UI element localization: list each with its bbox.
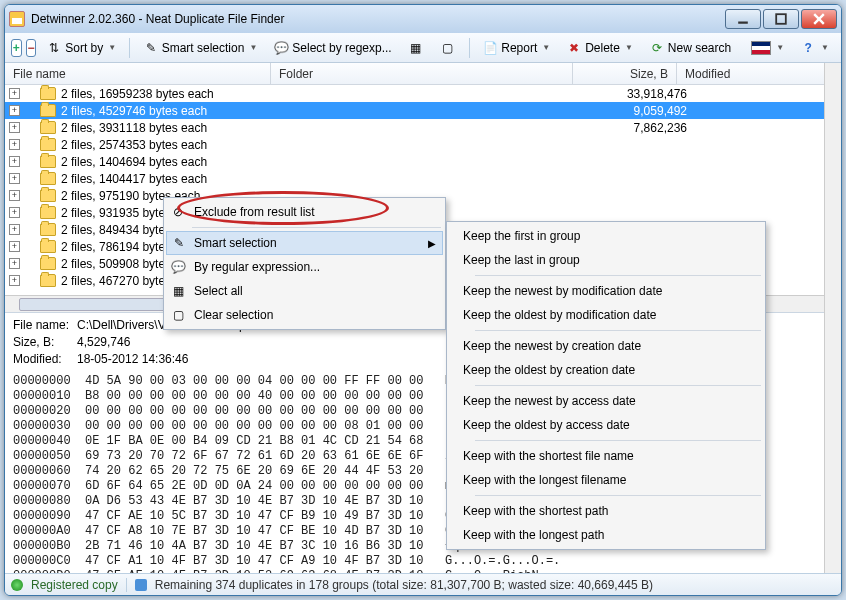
expander-icon[interactable]: + <box>9 88 20 99</box>
clear-icon: ▢ <box>440 40 456 56</box>
group-size: 33,918,476 <box>595 87 699 101</box>
titlebar: Detwinner 2.02.360 - Neat Duplicate File… <box>5 5 841 33</box>
menu-clear-selection[interactable]: ▢ Clear selection <box>166 303 443 327</box>
col-filename[interactable]: File name <box>5 63 271 84</box>
language-button[interactable]: ▼ <box>745 38 790 58</box>
detail-size-label: Size, B: <box>13 334 77 351</box>
expander-icon[interactable]: + <box>9 224 20 235</box>
clear-selection-icon-button[interactable]: ▢ <box>434 37 462 59</box>
select-all-icon: ▦ <box>170 283 186 299</box>
help-button[interactable]: ?▼ <box>794 37 835 59</box>
group-size: 7,862,236 <box>595 121 699 135</box>
report-label: Report <box>501 41 537 55</box>
expand-all-button[interactable]: + <box>11 39 22 57</box>
window-title: Detwinner 2.02.360 - Neat Duplicate File… <box>31 12 284 26</box>
expander-icon[interactable]: + <box>9 207 20 218</box>
smart-selection-button[interactable]: ✎ Smart selection ▼ <box>137 37 264 59</box>
menu-by-regex[interactable]: 💬 By regular expression... <box>166 255 443 279</box>
expander-icon[interactable]: + <box>9 105 20 116</box>
report-icon: 📄 <box>482 40 498 56</box>
svg-rect-1 <box>776 14 786 24</box>
status-info-icon <box>135 579 147 591</box>
menu-newest-mod[interactable]: Keep the newest by modification date <box>449 279 763 303</box>
chevron-down-icon: ▼ <box>249 43 257 52</box>
folder-icon <box>40 223 56 236</box>
client-area: File name Folder Size, B Modified +2 fil… <box>5 63 841 573</box>
menu-shortest-name[interactable]: Keep with the shortest file name <box>449 444 763 468</box>
menu-newest-acc[interactable]: Keep the newest by access date <box>449 389 763 413</box>
expander-icon[interactable]: + <box>9 275 20 286</box>
context-menu: ⊘ Exclude from result list ✎ Smart selec… <box>163 197 446 330</box>
expander-icon[interactable]: + <box>9 139 20 150</box>
menu-separator <box>192 227 441 228</box>
folder-icon <box>40 121 56 134</box>
sort-label: Sort by <box>65 41 103 55</box>
menu-longest-name[interactable]: Keep with the longest filename <box>449 468 763 492</box>
refresh-icon: ⟳ <box>649 40 665 56</box>
menu-smart-selection[interactable]: ✎ Smart selection ▶ <box>166 231 443 255</box>
chevron-down-icon: ▼ <box>542 43 550 52</box>
report-button[interactable]: 📄 Report ▼ <box>476 37 556 59</box>
menu-newest-cre[interactable]: Keep the newest by creation date <box>449 334 763 358</box>
col-folder[interactable]: Folder <box>271 63 573 84</box>
expander-icon[interactable]: + <box>9 122 20 133</box>
group-row[interactable]: +2 files, 2574353 bytes each <box>5 136 841 153</box>
col-size[interactable]: Size, B <box>573 63 677 84</box>
collapse-all-button[interactable]: − <box>26 39 37 57</box>
minimize-button[interactable] <box>725 9 761 29</box>
smart-selection-label: Smart selection <box>162 41 245 55</box>
group-label: 2 files, 1404694 bytes each <box>61 155 293 169</box>
select-regexp-button[interactable]: 💬 Select by regexp... <box>267 37 397 59</box>
select-all-icon-button[interactable]: ▦ <box>402 37 430 59</box>
maximize-button[interactable] <box>763 9 799 29</box>
menu-oldest-mod[interactable]: Keep the oldest by modification date <box>449 303 763 327</box>
new-search-label: New search <box>668 41 731 55</box>
expander-icon[interactable]: + <box>9 258 20 269</box>
menu-longest-path[interactable]: Keep with the longest path <box>449 523 763 547</box>
vertical-scrollbar[interactable] <box>824 63 841 573</box>
menu-separator <box>475 495 761 496</box>
group-row[interactable]: +2 files, 1404694 bytes each <box>5 153 841 170</box>
menu-shortest-path[interactable]: Keep with the shortest path <box>449 499 763 523</box>
regex-icon: 💬 <box>273 40 289 56</box>
menu-separator <box>475 330 761 331</box>
group-row[interactable]: +2 files, 3931118 bytes each7,862,236 <box>5 119 841 136</box>
folder-icon <box>40 155 56 168</box>
exclude-icon: ⊘ <box>170 204 186 220</box>
toolbar: + − ⇅ Sort by ▼ ✎ Smart selection ▼ 💬 Se… <box>5 33 841 63</box>
menu-oldest-acc[interactable]: Keep the oldest by access date <box>449 413 763 437</box>
expander-icon[interactable]: + <box>9 190 20 201</box>
folder-icon <box>40 87 56 100</box>
expander-icon[interactable]: + <box>9 156 20 167</box>
column-headers: File name Folder Size, B Modified <box>5 63 841 85</box>
folder-icon <box>40 274 56 287</box>
detail-size: 4,529,746 <box>77 335 130 349</box>
col-modified[interactable]: Modified <box>677 63 841 84</box>
detail-filename-label: File name: <box>13 317 77 334</box>
folder-icon <box>40 189 56 202</box>
delete-button[interactable]: ✖ Delete ▼ <box>560 37 639 59</box>
group-row[interactable]: +2 files, 1404417 bytes each <box>5 170 841 187</box>
expander-icon[interactable]: + <box>9 241 20 252</box>
group-row[interactable]: +2 files, 4529746 bytes each9,059,492 <box>5 102 841 119</box>
menu-separator <box>475 385 761 386</box>
group-row[interactable]: +2 files, 16959238 bytes each33,918,476 <box>5 85 841 102</box>
select-all-icon: ▦ <box>408 40 424 56</box>
group-size: 9,059,492 <box>595 104 699 118</box>
menu-select-all[interactable]: ▦ Select all <box>166 279 443 303</box>
sort-icon: ⇅ <box>46 40 62 56</box>
new-search-button[interactable]: ⟳ New search <box>643 37 737 59</box>
expander-icon[interactable]: + <box>9 173 20 184</box>
menu-oldest-cre[interactable]: Keep the oldest by creation date <box>449 358 763 382</box>
submenu-arrow-icon: ▶ <box>428 238 436 249</box>
sort-button[interactable]: ⇅ Sort by ▼ <box>40 37 122 59</box>
regex-icon: 💬 <box>170 259 186 275</box>
menu-keep-last[interactable]: Keep the last in group <box>449 248 763 272</box>
chevron-down-icon: ▼ <box>821 43 829 52</box>
menu-keep-first[interactable]: Keep the first in group <box>449 224 763 248</box>
close-button[interactable] <box>801 9 837 29</box>
folder-icon <box>40 104 56 117</box>
clear-icon: ▢ <box>170 307 186 323</box>
menu-exclude[interactable]: ⊘ Exclude from result list <box>166 200 443 224</box>
statusbar: Registered copy Remaining 374 duplicates… <box>5 573 841 595</box>
